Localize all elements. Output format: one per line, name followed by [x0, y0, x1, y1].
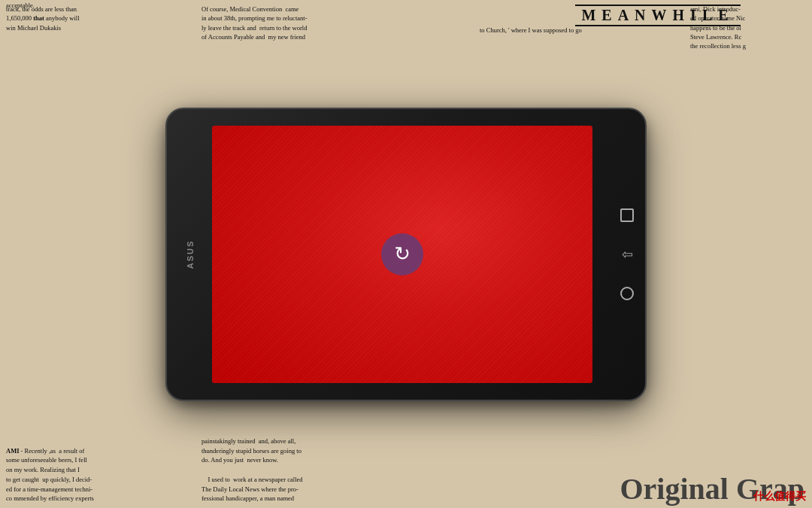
undo-button[interactable]: ↺: [381, 233, 423, 275]
watermark-text: 什么值得买: [753, 490, 806, 503]
undo-icon: ↺: [394, 245, 411, 264]
phone-body: ASUS ↺ ⇦: [165, 108, 647, 401]
newspaper-col3-top: to Church, ' where I was supposed to go: [474, 21, 624, 39]
newspaper-acceptable: acceptable.: [0, 0, 41, 11]
nav-buttons: ⇦: [618, 206, 636, 303]
newspaper-col2-top: Of course, Medical Convention came in ab…: [195, 0, 421, 46]
back-button[interactable]: ⇦: [618, 245, 636, 263]
home-button[interactable]: [618, 284, 636, 303]
recent-apps-icon: [620, 208, 634, 222]
newspaper-col4-top: ami, Dick introduc-ed operator name Nich…: [684, 0, 812, 56]
asus-logo: ASUS: [186, 239, 195, 269]
newspaper-col2-bottom: painstakingly trained and, above all, th…: [195, 432, 429, 508]
phone-screen: ↺: [212, 126, 592, 383]
recent-apps-button[interactable]: [618, 206, 636, 224]
home-icon: [620, 287, 634, 300]
phone-device: ASUS ↺ ⇦: [165, 108, 647, 401]
back-icon: ⇦: [622, 246, 633, 263]
newspaper-col1-bottom: AMI - Recently ,as a result of some unfo…: [0, 442, 147, 509]
